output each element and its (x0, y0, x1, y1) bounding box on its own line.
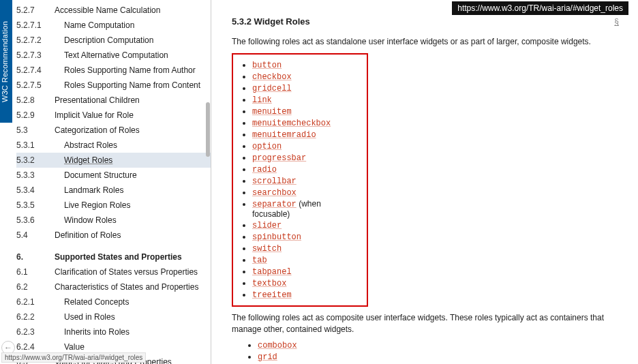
toc-item-number: 5.4 (16, 229, 55, 241)
role-link[interactable]: menuitemradio (252, 130, 316, 140)
role-link[interactable]: separator (252, 200, 297, 209)
toc-item[interactable]: 6.2.1Related Concepts (16, 294, 211, 309)
toc-item[interactable]: 5.3.6Window Roles (16, 213, 211, 228)
role-link[interactable]: link (252, 95, 272, 105)
toc-item-number: 6.2 (16, 281, 55, 293)
role-link[interactable]: checkbox (252, 72, 292, 82)
toc-item-number: 5.3.2 (16, 154, 55, 166)
toc-item[interactable]: 6.2.2Used in Roles (16, 309, 211, 324)
toc-item-label: Name Computation (64, 20, 134, 30)
toc-item-label: Implicit Value for Role (55, 110, 134, 120)
role-link[interactable]: grid (258, 352, 277, 362)
toc-item-label: Presentational Children (55, 95, 140, 105)
role-link[interactable]: switch (252, 244, 282, 254)
toc-item[interactable]: 5.3.3Document Structure (16, 168, 211, 183)
role-link[interactable]: spinbutton (252, 232, 301, 242)
toc-item-number: 5.2.7 (16, 4, 55, 16)
role-link[interactable]: button (252, 61, 282, 70)
toc-item[interactable]: 5.3.5Live Region Roles (16, 198, 211, 213)
toc-item-number: 6.2.2 (16, 311, 55, 323)
role-link[interactable]: progressbar (252, 153, 306, 163)
toc-item-label: Window Roles (64, 215, 117, 225)
toc-item[interactable]: 5.4Definition of Roles (16, 228, 211, 243)
role-link[interactable]: gridcell (252, 84, 292, 93)
toc-item[interactable]: 5.2.9Implicit Value for Role (16, 108, 211, 123)
toc-item-label: Live Region Roles (64, 200, 130, 210)
widget-roles-highlight-box: buttoncheckboxgridcelllinkmenuitemmenuit… (232, 53, 368, 307)
widget-role-item: menuitemradio (252, 130, 360, 140)
toc-item[interactable]: 6.2Characteristics of States and Propert… (16, 279, 211, 294)
toc-item[interactable]: 6.Supported States and Properties (16, 249, 211, 264)
toc-item[interactable]: 6.1Clarification of States versus Proper… (16, 264, 211, 279)
toc-item-number: 5.3.6 (16, 214, 55, 226)
w3c-recommendation-tab: W3C Recommendation (0, 0, 12, 123)
toc-item-label: Definition of Roles (55, 230, 121, 240)
toc-item-label: Characteristics of States and Properties (55, 282, 198, 292)
toc-item[interactable]: 5.2.7.3Text Alternative Computation (16, 48, 211, 63)
toc-item-label: Used in Roles (64, 312, 115, 322)
toc-item[interactable]: 5.3.4Landmark Roles (16, 183, 211, 198)
toc-item-label: Landmark Roles (64, 185, 123, 195)
toc-item[interactable]: 5.2.7.1Name Computation (16, 18, 211, 33)
toc-item[interactable]: 5.3.2Widget Roles (16, 153, 211, 168)
toc-item[interactable]: 5.2.7.4Roles Supporting Name from Author (16, 63, 211, 78)
role-link[interactable]: option (252, 142, 282, 151)
toc-item[interactable]: 5.3.1Abstract Roles (16, 138, 211, 153)
toc-item-label: Value (64, 342, 85, 352)
composite-role-item: grid (258, 352, 619, 362)
toc-item-label: Text Alternative Computation (64, 50, 168, 60)
toc-item-number: 5.3 (16, 124, 55, 136)
toc-item-label: Description Computation (64, 35, 153, 45)
composite-intro-paragraph: The following roles act as composite use… (232, 312, 619, 335)
section-permalink[interactable]: § (614, 17, 619, 27)
main-content: 5.3.2 Widget Roles § The following roles… (218, 0, 638, 364)
widget-role-item: progressbar (252, 153, 360, 163)
composite-role-item: combobox (258, 340, 619, 350)
toc-item-number: 6.2.4 (16, 341, 55, 353)
toc-item-label: Document Structure (64, 170, 137, 180)
toc-item-number: 5.3.3 (16, 169, 55, 181)
toc-item[interactable]: 5.2.8Presentational Children (16, 93, 211, 108)
widget-role-item: radio (252, 164, 360, 175)
toc-item-label: Roles Supporting Name from Content (64, 80, 200, 90)
widget-roles-list: buttoncheckboxgridcelllinkmenuitemmenuit… (240, 60, 360, 300)
widget-role-item: option (252, 141, 360, 151)
widget-role-item: gridcell (252, 83, 360, 93)
role-link[interactable]: menuitem (252, 107, 292, 117)
widget-role-item: switch (252, 243, 360, 254)
toc-item-label: Clarification of States versus Propertie… (55, 267, 198, 277)
role-link[interactable]: scrollbar (252, 177, 297, 186)
toc-item[interactable]: 6.2.3Inherits into Roles (16, 324, 211, 339)
toc-item-number: 5.3.5 (16, 199, 55, 211)
widget-role-item: checkbox (252, 72, 360, 82)
toc-item-label: Supported States and Properties (55, 252, 182, 262)
status-bar-url: https://www.w3.org/TR/wai-aria/#widget_r… (1, 352, 146, 363)
role-link[interactable]: textbox (252, 279, 286, 288)
toc-item-number: 6.2.1 (16, 296, 55, 308)
widget-role-item: separator (when focusable) (252, 199, 360, 219)
sidebar-scrollbar-thumb[interactable] (206, 102, 210, 157)
toc-item-number: 6.2.3 (16, 326, 55, 338)
toc-item[interactable]: 5.2.7Accessible Name Calculation (16, 3, 211, 18)
role-link[interactable]: treeitem (252, 290, 292, 300)
toc-item[interactable]: 5.2.7.5Roles Supporting Name from Conten… (16, 78, 211, 93)
widget-role-item: button (252, 60, 360, 70)
role-link[interactable]: radio (252, 165, 277, 175)
toc-item-number: 5.2.8 (16, 94, 55, 106)
widget-role-item: scrollbar (252, 176, 360, 186)
role-link[interactable]: tabpanel (252, 267, 292, 277)
role-link[interactable]: tab (252, 256, 267, 265)
toc-item-label: Widget Roles (64, 155, 112, 165)
role-link[interactable]: combobox (258, 341, 297, 350)
toc-item[interactable]: 5.3Categorization of Roles (16, 123, 211, 138)
toc-item-number: 5.2.7.4 (16, 64, 55, 76)
toc-item-label: Roles Supporting Name from Author (64, 65, 196, 75)
toc-item[interactable]: 5.2.7.2Description Computation (16, 33, 211, 48)
role-link[interactable]: slider (252, 221, 282, 230)
toc-item-number: 5.3.4 (16, 184, 55, 196)
role-link[interactable]: menuitemcheckbox (252, 119, 331, 128)
widget-role-item: slider (252, 220, 360, 230)
widget-role-item: menuitemcheckbox (252, 118, 360, 128)
role-link[interactable]: searchbox (252, 188, 297, 198)
toc-item-label: Inherits into Roles (64, 327, 130, 337)
